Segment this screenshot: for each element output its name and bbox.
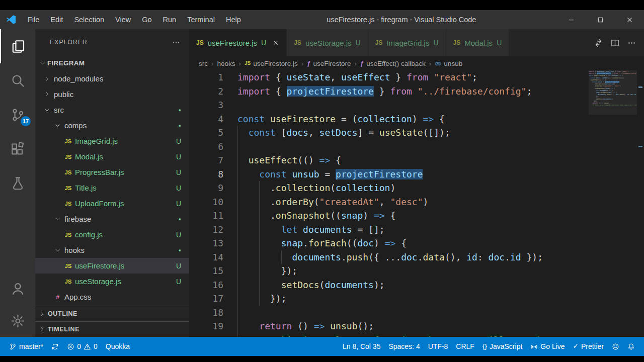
line-number[interactable]: 18 [189, 306, 237, 320]
menu-edit[interactable]: Edit [45, 16, 68, 24]
code-line-16[interactable]: 16 setDocs(documents); [189, 278, 589, 292]
close-button[interactable] [615, 10, 644, 29]
tree-item-modal-js[interactable]: JSModal.jsU [35, 149, 189, 164]
workspace-root[interactable]: FIREGRAM [35, 55, 189, 71]
tree-item-title-js[interactable]: JSTitle.jsU [35, 180, 189, 196]
line-number[interactable]: 1 [189, 70, 237, 84]
line-number[interactable]: 20 [189, 333, 237, 337]
tree-item-imagegrid-js[interactable]: JSImageGrid.jsU [35, 133, 189, 149]
minimap[interactable]: import { useState, useEffect } from "rea… [589, 70, 637, 337]
minimize-button[interactable] [556, 10, 586, 29]
status-language-mode[interactable]: {}JavaScript [478, 337, 526, 356]
section-outline[interactable]: OUTLINE [35, 306, 189, 321]
maximize-button[interactable] [586, 10, 615, 29]
code-line-2[interactable]: 2import { projectFirestore } from "../fi… [189, 84, 589, 99]
menu-terminal[interactable]: Terminal [182, 16, 220, 24]
code-line-11[interactable]: 11 .onSnapshot((snap) => { [189, 209, 589, 223]
line-number[interactable]: 2 [189, 84, 237, 99]
tree-item-usestorage-js[interactable]: JSuseStorage.jsU [35, 274, 189, 289]
activity-accounts[interactable] [0, 273, 35, 305]
code-line-6[interactable]: 6 [189, 140, 589, 154]
tree-item-comps[interactable]: comps● [35, 118, 189, 133]
code-line-14[interactable]: 14 documents.push({ ...doc.data(), id: d… [189, 250, 589, 264]
line-number[interactable]: 6 [189, 140, 237, 154]
line-number[interactable]: 14 [189, 250, 237, 264]
activity-source-control[interactable]: 17 [0, 98, 35, 132]
activity-testing[interactable] [0, 166, 35, 200]
editor-scrollbar[interactable] [637, 70, 644, 337]
line-number[interactable]: 13 [189, 236, 237, 250]
menu-view[interactable]: View [110, 16, 136, 24]
code-line-3[interactable]: 3 [189, 98, 589, 112]
tree-item-usefirestore-js[interactable]: JSuseFirestore.jsU [35, 258, 189, 274]
status-indentation[interactable]: Spaces: 4 [384, 337, 424, 356]
activity-extensions[interactable] [0, 132, 35, 166]
tree-item-progressbar-js[interactable]: JSProgressBar.jsU [35, 164, 189, 180]
line-number[interactable]: 15 [189, 264, 237, 278]
tree-item-src[interactable]: src● [35, 102, 189, 118]
code-line-8[interactable]: 8 const unsub = projectFirestore [189, 167, 589, 182]
tree-item-config-js[interactable]: JSconfig.jsU [35, 227, 189, 242]
code-line-18[interactable]: 18 [189, 306, 589, 320]
line-number[interactable]: 8 [189, 167, 237, 182]
code-line-12[interactable]: 12 let documents = []; [189, 223, 589, 237]
code-line-13[interactable]: 13 snap.forEach((doc) => { [189, 236, 589, 250]
menu-file[interactable]: File [22, 16, 45, 24]
section-timeline[interactable]: TIMELINE [35, 321, 189, 337]
tree-item-firebase[interactable]: firebase● [35, 211, 189, 227]
status-eol[interactable]: CRLF [452, 337, 478, 356]
status-quokka[interactable]: Quokka [102, 337, 134, 356]
code-line-15[interactable]: 15 }); [189, 264, 589, 278]
tab-modal-js[interactable]: JSModal.jsU [446, 29, 509, 56]
code-line-17[interactable]: 17 }); [189, 292, 589, 306]
line-number[interactable]: 3 [189, 98, 237, 112]
status-sync[interactable] [47, 337, 63, 356]
tab-imagegrid-js[interactable]: JSImageGrid.jsU [368, 29, 446, 56]
more-actions-icon[interactable] [627, 39, 636, 47]
tree-item-node-modules[interactable]: node_modules [35, 71, 189, 86]
status-problems[interactable]: 00 [63, 337, 102, 356]
code-line-1[interactable]: 1import { useState, useEffect } from "re… [189, 70, 589, 84]
breadcrumb-item[interactable]: hooks [217, 60, 235, 67]
status-prettier[interactable]: ✓Prettier [569, 337, 608, 356]
code-line-4[interactable]: 4const useFirestore = (collection) => { [189, 112, 589, 126]
breadcrumb-item[interactable]: JSuseFirestore.js [245, 60, 298, 67]
status-git-branch[interactable]: master* [5, 337, 47, 356]
activity-explorer[interactable] [0, 29, 35, 63]
tree-item-public[interactable]: public [35, 86, 189, 102]
line-number[interactable]: 9 [189, 181, 237, 195]
status-go-live[interactable]: Go Live [526, 337, 569, 356]
status-feedback[interactable] [608, 337, 623, 356]
line-number[interactable]: 4 [189, 112, 237, 126]
tree-item-uploadform-js[interactable]: JSUploadForm.jsU [35, 196, 189, 211]
line-number[interactable]: 10 [189, 195, 237, 209]
activity-settings[interactable] [0, 305, 35, 337]
line-number[interactable]: 16 [189, 278, 237, 292]
menu-selection[interactable]: Selection [68, 16, 110, 24]
code-area[interactable]: 1import { useState, useEffect } from "re… [189, 70, 589, 337]
code-line-10[interactable]: 10 .orderBy("createdAt", "desc") [189, 195, 589, 209]
breadcrumb-item[interactable]: src [199, 60, 208, 67]
line-number[interactable]: 19 [189, 319, 237, 333]
minimap-slider[interactable] [589, 70, 637, 115]
code-line-7[interactable]: 7 useEffect(() => { [189, 153, 589, 167]
breadcrumb-item[interactable]: ƒuseEffect() callback [360, 60, 426, 67]
tab-usefirestore-js[interactable]: JSuseFirestore.jsU [189, 29, 286, 56]
tree-item-app-css[interactable]: #App.css [35, 289, 189, 305]
status-notifications[interactable] [623, 337, 639, 356]
activity-search[interactable] [0, 63, 35, 98]
more-actions-icon[interactable] [172, 38, 180, 46]
code-line-5[interactable]: 5 const [docs, setDocs] = useState([]); [189, 126, 589, 140]
code-line-9[interactable]: 9 .collection(collection) [189, 181, 589, 195]
open-changes-icon[interactable] [594, 39, 603, 47]
breadcrumb-item[interactable]: unsub [435, 60, 462, 67]
line-number[interactable]: 12 [189, 223, 237, 237]
editor[interactable]: 1import { useState, useEffect } from "re… [189, 70, 644, 337]
code-line-19[interactable]: 19 return () => unsub(); [189, 319, 589, 333]
status-cursor-position[interactable]: Ln 8, Col 35 [339, 337, 385, 356]
menu-go[interactable]: Go [136, 16, 157, 24]
code-line-20[interactable]: 20 // this is a cleanup function that re… [189, 333, 589, 337]
breadcrumb-item[interactable]: ƒuseFirestore [307, 60, 351, 67]
line-number[interactable]: 11 [189, 209, 237, 223]
line-number[interactable]: 7 [189, 153, 237, 167]
